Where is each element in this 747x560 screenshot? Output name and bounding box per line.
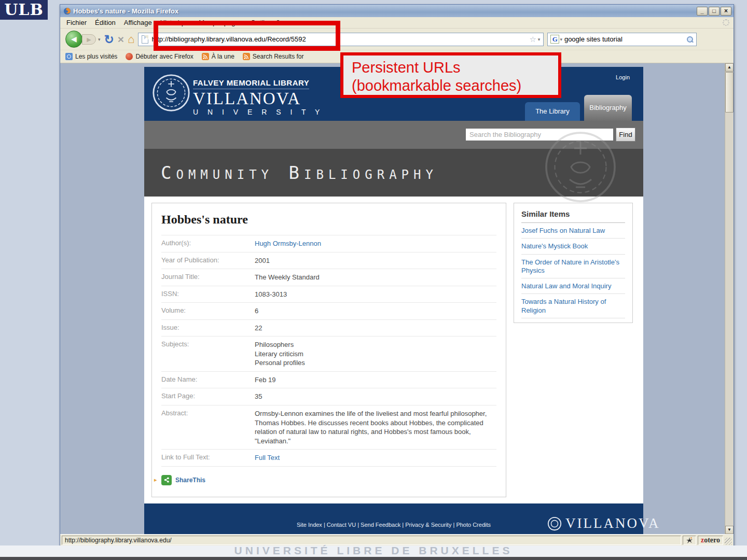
zotero-panel[interactable]: zotero — [698, 536, 723, 545]
title-bar[interactable]: Hobbes's nature - Mozilla Firefox _ □ × — [60, 5, 734, 17]
university-sub: U N I V E R S I T Y — [193, 108, 323, 116]
engine-dropdown-icon[interactable]: ▾ — [560, 37, 562, 42]
maximize-button[interactable]: □ — [709, 7, 720, 16]
page-icon — [142, 35, 148, 44]
most-visited-icon — [65, 53, 73, 60]
field-row-date-name: Date Name: Feb 19 — [161, 372, 496, 389]
field-row-subjects: Subjects: Philosophers Literary criticis… — [161, 337, 496, 372]
field-value: 2001 — [255, 256, 496, 265]
bookmark-most-visited[interactable]: Les plus visités — [65, 53, 117, 60]
share-bullet-icon: ▸ — [154, 477, 157, 483]
bookmark-latest-headlines[interactable]: À la une — [202, 53, 234, 60]
annotation-callout: Persistent URLs (bookmarkable searches) — [340, 52, 561, 98]
field-row-issn: ISSN: 1083-3013 — [161, 286, 496, 303]
reload-button[interactable]: ↻ — [104, 34, 114, 45]
annotation-url-highlight — [154, 21, 340, 51]
similar-item-link[interactable]: Josef Fuchs on Natural Law — [521, 223, 625, 239]
slide-footer: UNIVERSITÉ LIBRE DE BRUXELLES — [0, 545, 747, 557]
similar-item-link[interactable]: The Order of Nature in Aristotle's Physi… — [521, 255, 625, 279]
bookmark-getting-started[interactable]: Débuter avec Firefox — [126, 53, 193, 60]
menu-affichage[interactable]: Affichage — [120, 18, 156, 27]
bibliography-site: FALVEY MEMORIAL LIBRARY VILLANOVA U N I … — [144, 67, 643, 534]
web-search-box[interactable]: G ▾ — [547, 33, 697, 46]
field-value: The Weekly Standard — [255, 273, 496, 282]
share-this[interactable]: ▸ ShareThis — [161, 475, 496, 485]
field-label: Volume: — [161, 306, 255, 316]
banner-title: Community Bibliography — [161, 162, 438, 183]
search-magnifier-icon[interactable] — [686, 36, 694, 43]
similar-item-link[interactable]: Natural Law and Moral Inquiry — [521, 278, 625, 294]
resize-grip[interactable] — [725, 538, 732, 545]
status-splat-panel[interactable] — [683, 536, 696, 545]
ulb-footer-text: UNIVERSITÉ LIBRE DE BRUXELLES — [234, 544, 513, 556]
vertical-scrollbar[interactable]: ▲ ▼ — [725, 63, 734, 534]
footer-link-photo-credits[interactable]: Photo Credits — [451, 522, 491, 528]
footer-link-contact[interactable]: Contact VU — [322, 522, 356, 528]
menu-edition[interactable]: Édition — [91, 18, 120, 27]
history-dropdown-icon[interactable]: ▾ — [98, 37, 101, 42]
tab-bibliography[interactable]: Bibliography — [584, 95, 632, 121]
firefox-start-icon — [126, 53, 133, 60]
zotero-rest: otero — [704, 536, 720, 544]
field-value: 1083-3013 — [255, 290, 496, 299]
footer-link-feedback[interactable]: Send Feedback — [356, 522, 400, 528]
back-button[interactable]: ◀ — [65, 31, 82, 48]
bookmark-star-icon[interactable]: ☆ — [529, 35, 536, 44]
google-engine-icon[interactable]: G — [550, 35, 559, 44]
login-link[interactable]: Login — [616, 74, 630, 80]
field-label: Year of Publication: — [161, 256, 255, 265]
sharethis-label[interactable]: ShareThis — [175, 477, 205, 484]
main-content: Hobbes's nature Author(s): Hugh Ormsby-L… — [144, 197, 643, 503]
field-label: Link to Full Text: — [161, 453, 255, 463]
site-tabs: The Library Bibliography — [525, 95, 632, 121]
field-value: Ormsby-Lennon examines the life of the l… — [255, 409, 496, 445]
forward-button[interactable]: ▶ — [82, 34, 96, 45]
library-brand[interactable]: FALVEY MEMORIAL LIBRARY VILLANOVA U N I … — [193, 78, 323, 116]
status-url: http://bibliography.library.villanova.ed… — [62, 536, 681, 545]
field-value: Philosophers Literary criticism Personal… — [255, 340, 496, 368]
scrollbar-thumb[interactable] — [725, 72, 734, 113]
bookmark-label: Débuter avec Firefox — [135, 53, 193, 60]
firefox-icon — [63, 7, 71, 15]
field-row-authors: Author(s): Hugh Ormsby-Lennon — [161, 235, 496, 253]
field-row-volume: Volume: 6 — [161, 303, 496, 320]
record-fields: Author(s): Hugh Ormsby-Lennon Year of Pu… — [161, 235, 496, 467]
field-label: Issue: — [161, 324, 255, 333]
stop-button[interactable]: × — [118, 33, 124, 46]
rss-icon — [202, 53, 209, 60]
find-button[interactable]: Find — [616, 128, 635, 142]
bookmark-search-results[interactable]: Search Results for — [243, 53, 304, 60]
author-link[interactable]: Hugh Ormsby-Lennon — [255, 239, 496, 248]
bibliography-search-input[interactable] — [466, 129, 613, 141]
sharethis-icon — [161, 475, 172, 485]
similar-items-panel: Similar Items Josef Fuchs on Natural Law… — [514, 203, 633, 323]
field-row-abstract: Abstract: Ormsby-Lennon examines the lif… — [161, 405, 496, 450]
banner: Community Bibliography — [144, 149, 643, 197]
scroll-down-icon[interactable]: ▼ — [725, 526, 734, 534]
home-button[interactable]: ⌂ — [128, 33, 134, 46]
url-dropdown-icon[interactable]: ▾ — [538, 37, 541, 42]
bookmark-label: À la une — [212, 53, 234, 60]
bookmark-label: Les plus visités — [75, 53, 117, 60]
field-value: 6 — [255, 306, 496, 316]
browser-viewport: FALVEY MEMORIAL LIBRARY VILLANOVA U N I … — [60, 63, 734, 534]
footer-link-site-index[interactable]: Site Index — [297, 522, 322, 528]
close-button[interactable]: × — [721, 7, 731, 16]
field-row-start-page: Start Page: 35 — [161, 388, 496, 405]
web-search-input[interactable] — [564, 35, 684, 43]
field-label: ISSN: — [161, 290, 255, 299]
footer-link-privacy[interactable]: Privacy & Security — [400, 522, 451, 528]
menu-fichier[interactable]: Fichier — [62, 18, 91, 27]
similar-item-link[interactable]: Nature's Mystick Book — [521, 239, 625, 254]
presentation-slide: ULB Hobbes's nature - Mozilla Firefox _ … — [0, 0, 747, 560]
full-text-link[interactable]: Full Text — [255, 453, 496, 463]
annotation-line1: Persistent URLs — [352, 59, 558, 77]
minimize-button[interactable]: _ — [697, 7, 708, 16]
field-label: Start Page: — [161, 392, 255, 401]
similar-item-link[interactable]: Towards a Natural History of Religion — [521, 294, 625, 318]
tab-the-library[interactable]: The Library — [525, 102, 580, 121]
scroll-up-icon[interactable]: ▲ — [725, 63, 734, 72]
field-label: Date Name: — [161, 375, 255, 385]
window-title: Hobbes's nature - Mozilla Firefox — [73, 7, 696, 15]
bookmark-label: Search Results for — [253, 53, 304, 60]
